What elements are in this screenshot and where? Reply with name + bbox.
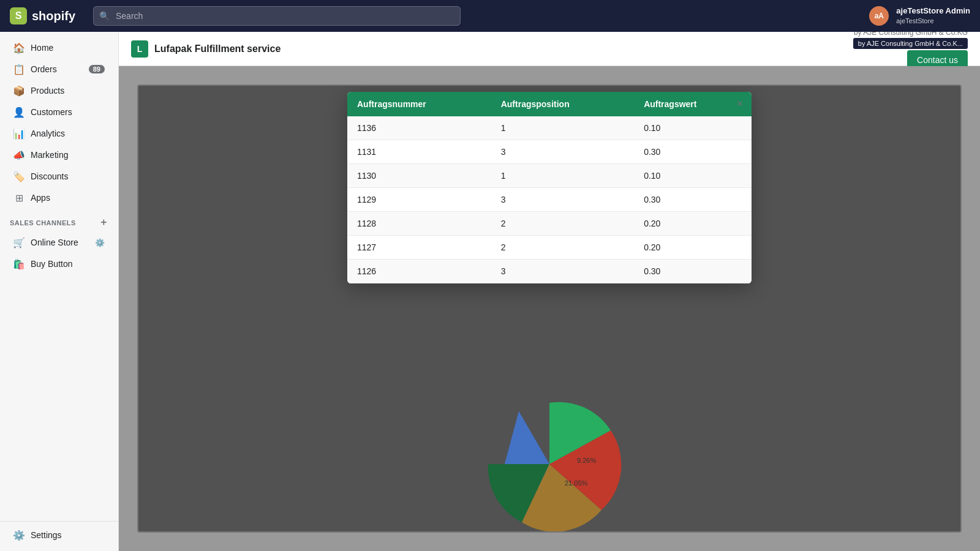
search-bar-container: 🔍 <box>93 6 461 26</box>
cell-auftragsposition-5: 2 <box>491 236 634 260</box>
cell-auftragsnummer-6: 1126 <box>347 260 491 283</box>
sidebar-label-apps: Apps <box>31 193 50 203</box>
cell-auftragswert-1: 0.30 <box>634 140 752 164</box>
orders-table: AuftragsnummerAuftragspositionAuftragswe… <box>347 92 752 283</box>
customers-icon: 👤 <box>13 107 24 118</box>
cell-auftragsnummer-0: 1136 <box>347 116 491 140</box>
sidebar-label-home: Home <box>31 43 53 53</box>
pie-chart-area: 9.26% 21.05% <box>427 397 672 531</box>
search-icon: 🔍 <box>99 11 110 21</box>
table-row: 113010.10 <box>347 164 752 188</box>
sales-channels-section: SALES CHANNELS ＋ <box>0 209 118 231</box>
top-navigation: S shopify 🔍 aA ajeTestStore Admin ajeTes… <box>0 0 980 32</box>
sidebar-bottom: ⚙️ Settings <box>0 521 118 546</box>
sidebar-label-orders: Orders <box>31 64 57 74</box>
shopify-logo-icon: S <box>10 7 27 24</box>
cell-auftragsnummer-4: 1128 <box>347 212 491 236</box>
orders-icon: 📋 <box>13 64 24 75</box>
main-content: L Lufapak Fulfillment service by AJE Con… <box>119 32 980 551</box>
sidebar-label-discounts: Discounts <box>31 171 68 181</box>
user-avatar[interactable]: aA <box>869 6 889 26</box>
badge-orders: 89 <box>89 65 105 73</box>
cell-auftragswert-5: 0.20 <box>634 236 752 260</box>
sidebar-item-analytics[interactable]: 📊 Analytics <box>4 123 115 144</box>
app-logo-icon: L <box>131 40 148 58</box>
modal-close-button[interactable]: × <box>736 98 743 109</box>
sidebar-item-online-store[interactable]: 🛒 Online Store ⚙️ <box>4 232 115 253</box>
sales-channels-label: SALES CHANNELS <box>10 219 76 227</box>
settings-label: Settings <box>31 530 62 540</box>
sidebar-label-customers: Customers <box>31 107 72 117</box>
sidebar-item-discounts[interactable]: 🏷️ Discounts <box>4 166 115 187</box>
pie-label-2: 21.05% <box>565 479 588 487</box>
cell-auftragswert-6: 0.30 <box>634 260 752 283</box>
table-row: 113610.10 <box>347 116 752 140</box>
user-info: ajeTestStore Admin ajeTestStore <box>896 6 970 25</box>
marketing-icon: 📣 <box>13 149 24 160</box>
table-row: 112930.30 <box>347 188 752 212</box>
shopify-logo[interactable]: S shopify <box>10 7 83 24</box>
table-row: 112720.20 <box>347 236 752 260</box>
online-store-settings-icon[interactable]: ⚙️ <box>95 238 105 247</box>
sidebar-item-marketing[interactable]: 📣 Marketing <box>4 144 115 165</box>
col-header-auftragswert: Auftragswert <box>634 92 752 116</box>
table-body: 113610.10113130.30113010.10112930.301128… <box>347 116 752 283</box>
table-row: 113130.30 <box>347 140 752 164</box>
channel-label-online-store: Online Store <box>31 238 78 247</box>
cell-auftragsposition-1: 3 <box>491 140 634 164</box>
sidebar-label-products: Products <box>31 86 64 96</box>
col-header-auftragsnummer: Auftragsnummer <box>347 92 491 116</box>
modal-dialog: × AuftragsnummerAuftragspositionAuftrags… <box>347 92 752 283</box>
user-name: ajeTestStore Admin <box>896 6 970 17</box>
sidebar-item-orders[interactable]: 📋 Orders 89 <box>4 59 115 80</box>
table-row: 112630.30 <box>347 260 752 283</box>
top-nav-right: aA ajeTestStore Admin ajeTestStore <box>869 6 970 26</box>
sidebar-item-customers[interactable]: 👤 Customers <box>4 102 115 122</box>
app-title-area: L Lufapak Fulfillment service <box>131 40 281 58</box>
cell-auftragsnummer-3: 1129 <box>347 188 491 212</box>
store-name: ajeTestStore <box>896 17 970 25</box>
home-icon: 🏠 <box>13 42 24 53</box>
app-title: Lufapak Fulfillment service <box>154 43 281 54</box>
cell-auftragsnummer-5: 1127 <box>347 236 491 260</box>
sidebar-item-settings[interactable]: ⚙️ Settings <box>4 525 115 545</box>
content-area: × AuftragsnummerAuftragspositionAuftrags… <box>119 66 980 551</box>
cell-auftragsposition-2: 1 <box>491 164 634 188</box>
pie-chart-svg: 9.26% 21.05% <box>427 397 672 531</box>
cell-auftragswert-3: 0.30 <box>634 188 752 212</box>
contact-area: by AJE Consulting GmbH & Co.KG by AJE Co… <box>853 32 968 70</box>
cell-auftragsnummer-2: 1130 <box>347 164 491 188</box>
pie-label-1: 9.26% <box>577 457 596 464</box>
contact-tooltip: by AJE Consulting GmbH & Co.K... <box>853 38 968 49</box>
search-input[interactable] <box>93 6 461 26</box>
sidebar-item-apps[interactable]: ⊞ Apps <box>4 187 115 208</box>
shopify-logo-text: shopify <box>32 9 75 23</box>
sidebar-channels: 🛒 Online Store ⚙️ 🛍️ Buy Button <box>0 231 118 275</box>
sidebar-item-products[interactable]: 📦 Products <box>4 80 115 101</box>
cell-auftragswert-4: 0.20 <box>634 212 752 236</box>
sidebar-item-home[interactable]: 🏠 Home <box>4 37 115 58</box>
analytics-icon: 📊 <box>13 128 24 139</box>
channel-label-buy-button: Buy Button <box>31 259 73 269</box>
col-header-auftragsposition: Auftragsposition <box>491 92 634 116</box>
app-header: L Lufapak Fulfillment service by AJE Con… <box>119 32 980 66</box>
cell-auftragswert-0: 0.10 <box>634 116 752 140</box>
sidebar-nav: 🏠 Home 📋 Orders 89 📦 Products 👤 Customer… <box>0 37 118 209</box>
sidebar-item-buy-button[interactable]: 🛍️ Buy Button <box>4 253 115 274</box>
online-store-icon: 🛒 <box>13 237 24 248</box>
sidebar-label-analytics: Analytics <box>31 129 65 138</box>
add-sales-channel-button[interactable]: ＋ <box>99 216 109 229</box>
table-header-row: AuftragsnummerAuftragspositionAuftragswe… <box>347 92 752 116</box>
table-row: 112820.20 <box>347 212 752 236</box>
contact-tooltip-area: by AJE Consulting GmbH & Co.K... Contact… <box>853 38 968 70</box>
cell-auftragswert-2: 0.10 <box>634 164 752 188</box>
sidebar-label-marketing: Marketing <box>31 150 68 160</box>
app-by-text: by AJE Consulting GmbH & Co.KG <box>854 32 968 37</box>
settings-icon: ⚙️ <box>13 530 24 541</box>
discounts-icon: 🏷️ <box>13 171 24 182</box>
buy-button-icon: 🛍️ <box>13 258 24 269</box>
cell-auftragsposition-3: 3 <box>491 188 634 212</box>
cell-auftragsnummer-1: 1131 <box>347 140 491 164</box>
app-frame: × AuftragsnummerAuftragspositionAuftrags… <box>137 84 962 533</box>
cell-auftragsposition-0: 1 <box>491 116 634 140</box>
